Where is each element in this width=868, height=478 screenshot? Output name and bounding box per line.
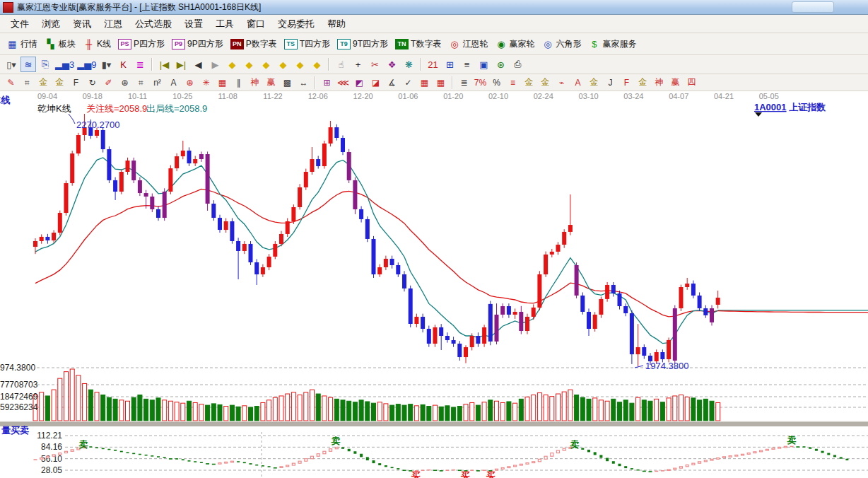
toolbar-button-9p-square[interactable]: P99P四方形	[172, 38, 223, 50]
circle-cross-icon[interactable]: ⊕	[117, 76, 132, 90]
diamond-all-icon[interactable]: ◆	[309, 57, 324, 72]
toolbar-button-p-number-table[interactable]: PNP数字表	[230, 38, 277, 50]
fan-box-icon[interactable]: ◩	[352, 76, 367, 90]
si-angle-icon[interactable]: 四	[684, 76, 699, 90]
spiral-icon[interactable]: ↻	[85, 76, 100, 90]
toolbar-button-hexagon[interactable]: ◎六角形	[541, 38, 581, 50]
symbol-label[interactable]: 1A0001 上证指数	[754, 102, 826, 112]
chart-canvas[interactable]: 09-0409-1810-1110-2511-0811-2212-0612-20…	[0, 91, 868, 478]
grid-icon[interactable]: ⌗	[20, 76, 35, 90]
f-angle-icon[interactable]: F	[619, 76, 634, 90]
toolbar-button-winner-wheel[interactable]: ◉赢家轮	[495, 38, 534, 50]
percent-icon[interactable]: %	[489, 76, 504, 90]
mirror-a-icon[interactable]: A	[166, 76, 181, 90]
toolbar-button-gann-wheel[interactable]: ◎江恩轮	[448, 38, 488, 50]
gold-grid-icon[interactable]: 金	[36, 76, 51, 90]
menu-item-4[interactable]: 公式选股	[129, 16, 178, 32]
menu-item-2[interactable]: 资讯	[66, 16, 98, 32]
mark-tool-icon[interactable]: ❖	[384, 57, 399, 72]
info-clipboard-icon[interactable]: ⎘	[37, 57, 53, 72]
toolbar-button-9t-square[interactable]: T99T四方形	[337, 38, 388, 50]
h-arrows-icon[interactable]: ↔	[296, 76, 311, 90]
menu-item-8[interactable]: 交易委托	[271, 16, 321, 32]
9t-square-icon: T9	[337, 39, 351, 49]
next-page-icon[interactable]: ▶	[207, 57, 223, 72]
toolbar-button-quotes[interactable]: ▦行情	[6, 38, 37, 50]
flame-mark-icon[interactable]: ⌁	[554, 76, 569, 90]
a-angle-icon[interactable]: A	[570, 76, 585, 90]
first-page-icon[interactable]: |◀	[156, 57, 172, 72]
menu-item-7[interactable]: 窗口	[240, 16, 271, 32]
hand-tool-icon[interactable]: ☝	[333, 57, 348, 72]
shen-grid-icon[interactable]: 神	[247, 76, 262, 90]
menu-item-3[interactable]: 江恩	[98, 16, 129, 32]
k-pattern-icon[interactable]: K	[115, 57, 131, 72]
red-grid-2-icon[interactable]: ▦	[417, 76, 432, 90]
date-label: 03-10	[579, 92, 599, 100]
save-icon[interactable]: ▣	[476, 57, 491, 72]
small-grid-icon[interactable]: ⌗	[134, 76, 148, 90]
gold-angle-2-icon[interactable]: 金	[635, 76, 650, 90]
window-grid-icon[interactable]: ⊞	[319, 76, 334, 90]
red-grid-icon[interactable]: ▦	[215, 76, 230, 90]
check-lines-icon[interactable]: ✓	[401, 76, 416, 90]
toolbar-button-t-square[interactable]: TST四方形	[284, 38, 330, 50]
kline-style-dropdown-icon[interactable]: ▯▾	[4, 57, 19, 72]
n-squared-icon[interactable]: n²	[150, 76, 165, 90]
diamond-shrink-icon[interactable]: ◆	[275, 57, 291, 72]
brush-icon[interactable]: ✐	[101, 76, 116, 90]
last-page-icon[interactable]: ▶|	[173, 57, 189, 72]
toolbar-button-winner-service[interactable]: $赢家服务	[588, 38, 636, 50]
three-lines-icon[interactable]: ≡	[505, 76, 520, 90]
gold-grid-2-icon[interactable]: 金	[52, 76, 67, 90]
menu-item-5[interactable]: 设置	[178, 16, 209, 32]
menu-item-1[interactable]: 浏览	[35, 16, 66, 32]
ying-angle-icon[interactable]: 赢	[668, 76, 683, 90]
menu-item-0[interactable]: 文件	[4, 16, 35, 32]
menu-item-6[interactable]: 工具	[209, 16, 240, 32]
toolbar-button-sectors[interactable]: ▚板块	[45, 38, 76, 50]
diamond-expand-icon[interactable]: ◆	[258, 57, 274, 72]
cut-tool-icon[interactable]: ✂	[367, 57, 382, 72]
calendar-icon[interactable]: 21	[425, 57, 440, 72]
angle-lines-icon[interactable]: ∡	[385, 76, 399, 90]
fan-box-2-icon[interactable]: ◪	[368, 76, 383, 90]
prev-page-icon[interactable]: ◀	[190, 57, 206, 72]
f-grid-icon[interactable]: F	[69, 76, 83, 90]
level-bars-icon[interactable]: ≣	[457, 76, 471, 90]
bars-3-icon[interactable]: ▂▅3	[54, 57, 75, 72]
percent-7-icon[interactable]: 7%	[473, 76, 488, 90]
dropdown-triangle-icon[interactable]	[755, 112, 762, 117]
fine-grid-icon[interactable]: ▩	[280, 76, 295, 90]
red-grid-3-icon[interactable]: ▦	[433, 76, 448, 90]
candle-type-dropdown-icon[interactable]: ▮▾	[98, 57, 114, 72]
toolbar-button-kline[interactable]: ╫K线	[83, 38, 111, 50]
bars-mark-icon[interactable]: ∥	[231, 76, 246, 90]
gold-circle-icon[interactable]: 金	[522, 76, 536, 90]
pattern-flower-icon[interactable]: ❋	[401, 57, 416, 72]
toolbar-button-p-square[interactable]: PSP四方形	[118, 38, 165, 50]
fan-lines-icon[interactable]: ⋘	[336, 76, 351, 90]
crosshair-tool-icon[interactable]: +	[350, 57, 365, 72]
pattern-mode-icon[interactable]: ≋	[20, 57, 36, 72]
notes-icon[interactable]: ≡	[459, 57, 474, 72]
print-icon[interactable]: ⎙	[510, 57, 525, 72]
bars-9-icon[interactable]: ▂▅9	[76, 57, 97, 72]
toolbar-button-t-number-table[interactable]: TNT数字表	[395, 38, 441, 50]
ying-grid-icon[interactable]: 赢	[264, 76, 278, 90]
gold-lines-icon[interactable]: 金	[538, 76, 553, 90]
diamond-right-icon[interactable]: ◆	[241, 57, 257, 72]
window-controls[interactable]	[792, 1, 834, 13]
pencil-icon[interactable]: ✎	[4, 76, 18, 90]
refresh-data-icon[interactable]: ⊛	[493, 57, 508, 72]
target-red-icon[interactable]: ⊕	[182, 76, 197, 90]
color-histogram-icon[interactable]: ≣	[132, 57, 148, 72]
shen-angle-icon[interactable]: 神	[652, 76, 667, 90]
gold-angle-icon[interactable]: 金	[587, 76, 602, 90]
calculator-icon[interactable]: ⊞	[442, 57, 457, 72]
menu-item-9[interactable]: 帮助	[321, 16, 352, 32]
diamond-left-icon[interactable]: ◆	[224, 57, 240, 72]
star-burst-icon[interactable]: ✳	[199, 76, 213, 90]
diamond-center-icon[interactable]: ◆	[292, 57, 307, 72]
j-angle-icon[interactable]: J	[603, 76, 618, 90]
